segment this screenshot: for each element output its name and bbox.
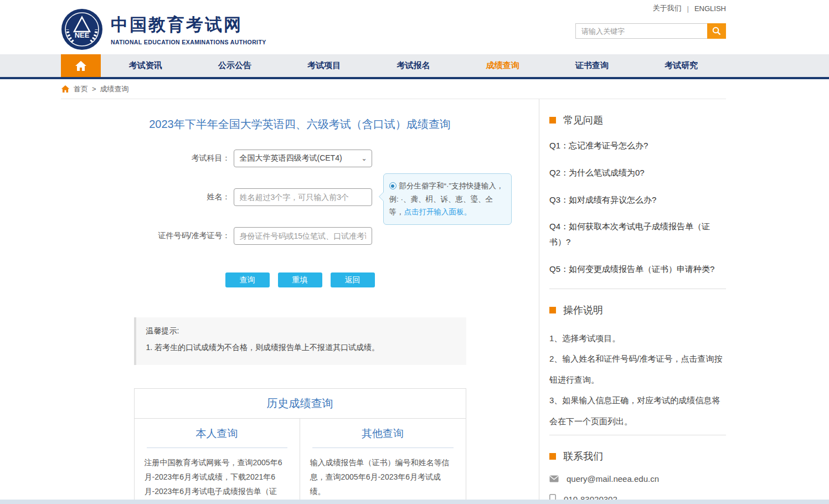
contact-section-title: 联系我们 <box>549 450 726 463</box>
warm-tips-title: 温馨提示: <box>146 326 456 336</box>
page: NEE 中国教育考试网 NATIONAL EDUCATION EXAMINATI… <box>0 0 829 504</box>
faq-item-q5[interactable]: Q5：如何变更成绩报告单（证书）申请种类? <box>549 261 726 277</box>
faq-item-q3[interactable]: Q3：如对成绩有异议怎么办? <box>549 192 726 208</box>
contact-phone-text: 010-83020302 <box>564 495 617 500</box>
nav-item-exam-news[interactable]: 考试资讯 <box>101 54 190 77</box>
reset-button[interactable]: 重填 <box>278 272 322 287</box>
other-query-text: 输入成绩报告单（证书）编号和姓名等信息，查询2005年6月-2023年6月考试成… <box>310 456 456 499</box>
contact-email: query@mail.neea.edu.cn <box>549 474 726 484</box>
subject-row: 考试科目： 全国大学英语四级考试(CET4) ⌄ <box>134 150 466 167</box>
link-separator: | <box>687 4 689 13</box>
chevron-down-icon: ⌄ <box>361 155 367 162</box>
breadcrumb-home-link[interactable]: 首页 <box>74 84 88 94</box>
name-input[interactable] <box>234 188 372 206</box>
contact-email-text: query@mail.neea.edu.cn <box>567 474 659 484</box>
name-row: 姓名： 部分生僻字和“·”支持快捷输入，例: ·、龚、枂、诉、恵、瑬、仝等，点击… <box>134 188 466 206</box>
nav-item-exam-programs[interactable]: 考试项目 <box>280 54 369 77</box>
open-input-panel-link[interactable]: 点击打开输入面板。 <box>404 208 472 216</box>
search-icon <box>712 26 722 36</box>
site-header: NEE 中国教育考试网 NATIONAL EDUCATION EXAMINATI… <box>0 0 829 54</box>
faq-item-q4[interactable]: Q4：如何获取本次考试电子成绩报告单（证书）? <box>549 219 726 250</box>
main-nav: 考试资讯 公示公告 考试项目 考试报名 成绩查询 证书查询 考试研究 <box>0 54 829 79</box>
orange-square-icon <box>549 307 556 313</box>
site-subtitle: NATIONAL EDUCATION EXAMINATIONS AUTHORIT… <box>111 39 266 45</box>
exam-subject-value: 全国大学英语四级考试(CET4) <box>240 153 342 163</box>
instruction-step-2: 2、输入姓名和证件号码/准考证号，点击查询按钮进行查询。 <box>549 348 726 390</box>
instructions-section: 操作说明 1、选择考试项目。 2、输入姓名和证件号码/准考证号，点击查询按钮进行… <box>549 289 726 436</box>
query-button[interactable]: 查询 <box>225 272 270 287</box>
history-query-box: 历史成绩查询 本人查询 注册中国教育考试网账号，查询2005年6月-2023年6… <box>134 388 466 500</box>
search-input[interactable] <box>575 23 707 39</box>
warm-tips-item: 1. 若考生的口试成绩为不合格，则成绩报告单上不报道其口试成绩。 <box>146 343 456 353</box>
id-number-input[interactable] <box>234 227 372 245</box>
search-button[interactable] <box>707 23 726 39</box>
home-icon <box>75 60 87 71</box>
form-buttons: 查询 重填 返回 <box>134 272 466 287</box>
self-query-title: 本人查询 <box>147 426 287 448</box>
footer-strip <box>0 500 829 504</box>
nav-item-exam-registration[interactable]: 考试报名 <box>369 54 458 77</box>
site-title: 中国教育考试网 <box>111 13 266 37</box>
breadcrumb-current[interactable]: 成绩查询 <box>100 84 129 94</box>
sidebar: 常见问题 Q1：忘记准考证号怎么办? Q2：为什么笔试成绩为0? Q3：如对成绩… <box>539 99 726 500</box>
instruction-step-3: 3、如果输入信息正确，对应考试的成绩信息将会在下一个页面列出。 <box>549 390 726 431</box>
name-label: 姓名： <box>134 192 234 202</box>
radio-selected-icon <box>389 182 397 189</box>
subject-label: 考试科目： <box>134 153 234 163</box>
about-us-link[interactable]: 关于我们 <box>653 3 682 13</box>
warm-tips-box: 温馨提示: 1. 若考生的口试成绩为不合格，则成绩报告单上不报道其口试成绩。 <box>134 317 466 365</box>
page-title: 2023年下半年全国大学英语四、六级考试（含口试）成绩查询 <box>134 117 466 132</box>
emblem-text: NEE <box>75 31 90 39</box>
breadcrumb-home-icon <box>61 85 70 93</box>
logo-text: 中国教育考试网 NATIONAL EDUCATION EXAMINATIONS … <box>111 13 266 45</box>
main-column: 2023年下半年全国大学英语四、六级考试（含口试）成绩查询 考试科目： 全国大学… <box>61 99 539 500</box>
other-query-title: 其他查询 <box>312 426 454 448</box>
score-query-form: 考试科目： 全国大学英语四级考试(CET4) ⌄ 姓名： 部分生僻字和“·”支持… <box>134 150 466 287</box>
contact-phone: 010-83020302 <box>549 494 726 500</box>
nav-item-score-query[interactable]: 成绩查询 <box>458 54 547 77</box>
orange-square-icon <box>549 453 556 460</box>
breadcrumb: 首页 > 成绩查询 <box>61 79 726 99</box>
faq-item-q1[interactable]: Q1：忘记准考证号怎么办? <box>549 138 726 153</box>
mail-icon <box>549 475 559 482</box>
header-right: 关于我们 | ENGLISH <box>575 0 726 54</box>
id-row: 证件号码/准考证号： <box>134 227 466 245</box>
rare-character-tooltip: 部分生僻字和“·”支持快捷输入，例: ·、龚、枂、诉、恵、瑬、仝等，点击打开输入… <box>383 173 512 225</box>
phone-icon <box>549 494 556 500</box>
nav-item-announcements[interactable]: 公示公告 <box>190 54 279 77</box>
content: 2023年下半年全国大学英语四、六级考试（含口试）成绩查询 考试科目： 全国大学… <box>61 99 726 500</box>
english-link[interactable]: ENGLISH <box>694 4 726 13</box>
faq-section: 常见问题 Q1：忘记准考证号怎么办? Q2：为什么笔试成绩为0? Q3：如对成绩… <box>549 99 726 289</box>
top-links: 关于我们 | ENGLISH <box>653 3 726 13</box>
self-query-text: 注册中国教育考试网账号，查询2005年6月-2023年6月考试成绩，下载2021… <box>145 456 290 500</box>
instructions-section-title: 操作说明 <box>549 304 726 317</box>
history-query-title: 历史成绩查询 <box>135 389 466 419</box>
orange-square-icon <box>549 117 556 124</box>
faq-item-q2[interactable]: Q2：为什么笔试成绩为0? <box>549 165 726 181</box>
logo: NEE 中国教育考试网 NATIONAL EDUCATION EXAMINATI… <box>61 0 266 54</box>
id-label: 证件号码/准考证号： <box>134 231 234 241</box>
exam-subject-select[interactable]: 全国大学英语四级考试(CET4) ⌄ <box>234 150 372 167</box>
nav-item-certificate-query[interactable]: 证书查询 <box>547 54 636 77</box>
nav-home-button[interactable] <box>61 54 101 77</box>
back-button[interactable]: 返回 <box>331 272 375 287</box>
neea-emblem-icon: NEE <box>61 8 103 50</box>
faq-section-title: 常见问题 <box>549 114 726 127</box>
contact-section: 联系我们 query@mail.neea.edu.cn 010-83020302 <box>549 435 726 500</box>
search-box <box>575 23 726 39</box>
self-query-panel: 本人查询 注册中国教育考试网账号，查询2005年6月-2023年6月考试成绩，下… <box>135 419 300 500</box>
instruction-step-1: 1、选择考试项目。 <box>549 328 726 349</box>
breadcrumb-separator: > <box>92 85 96 93</box>
nav-item-exam-research[interactable]: 考试研究 <box>637 54 726 77</box>
other-query-panel: 其他查询 输入成绩报告单（证书）编号和姓名等信息，查询2005年6月-2023年… <box>300 419 466 500</box>
